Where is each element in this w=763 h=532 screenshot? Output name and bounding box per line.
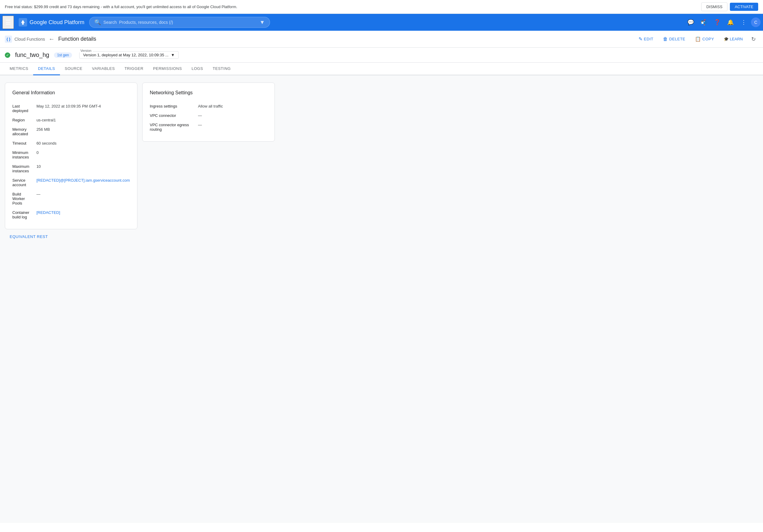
info-row-link[interactable]: [REDACTED] [37,210,60,215]
table-row: Regionus-central1 [12,115,130,125]
table-row: Last deployedMay 12, 2022 at 10:09:35 PM… [12,102,130,115]
info-row-value: — [37,189,130,208]
chat-icon-button[interactable]: 💬 [685,16,697,28]
version-dropdown-icon: ▼ [171,53,175,57]
refresh-button[interactable]: ↻ [749,34,758,45]
function-status-indicator: ✓ [5,53,10,58]
dismiss-button[interactable]: DISMISS [701,2,727,11]
edit-button[interactable]: ✎ EDIT [635,34,657,44]
trial-banner-actions: DISMISS ACTIVATE [701,2,758,11]
gcp-logo-icon [19,18,27,27]
tab-permissions[interactable]: PERMISSIONS [148,63,187,75]
info-row-label: Minimum instances [12,148,37,162]
search-input[interactable] [103,20,257,25]
version-selector[interactable]: Version Version 1, deployed at May 12, 2… [79,51,179,59]
general-info-table: Last deployedMay 12, 2022 at 10:09:35 PM… [12,102,130,222]
search-bar[interactable]: 🔍 ▼ [89,17,270,28]
general-info-card: General Information Last deployedMay 12,… [5,82,137,229]
info-row-label: Container build log [12,208,37,222]
avatar-letter: C [754,20,757,25]
hamburger-menu-button[interactable]: ☰ [2,16,14,29]
function-info-bar: ✓ func_two_hg 1st gen Version Version 1,… [0,48,763,63]
table-row: Memory allocated256 MB [12,125,130,139]
copy-label: COPY [703,37,714,41]
activate-button[interactable]: ACTIVATE [730,3,758,11]
generation-badge: 1st gen [54,53,72,58]
delete-button[interactable]: 🗑 DELETE [659,35,689,44]
info-row-value: 256 MB [37,125,130,139]
notifications-icon-button[interactable]: 📬 [698,16,710,28]
equivalent-rest-link[interactable]: EQUIVALENT REST [10,234,48,239]
learn-button[interactable]: 🎓 LEARN [720,35,746,43]
info-row-label: Service account [12,176,37,189]
delete-icon: 🗑 [663,37,668,42]
networking-settings-card: Networking Settings Ingress settingsAllo… [142,82,275,142]
search-dropdown-icon[interactable]: ▼ [260,19,265,26]
table-row: Maximum instances10 [12,162,130,176]
tabs-bar: METRICSDETAILSSOURCEVARIABLESTRIGGERPERM… [0,63,763,75]
tab-testing[interactable]: TESTING [208,63,236,75]
table-row: Timeout60 seconds [12,139,130,148]
tab-details[interactable]: DETAILS [33,63,60,75]
table-row: Ingress settingsAllow all traffic [150,102,267,111]
breadcrumb-service-name: Cloud Functions [15,37,45,42]
info-row-label: Build Worker Pools [12,189,37,208]
equivalent-rest-section: EQUIVALENT REST [5,234,758,239]
info-row-label: VPC connector egress routing [150,120,198,134]
info-row-value[interactable]: [REDACTED] [37,208,130,222]
info-row-link[interactable]: [REDACTED]@[PROJECT].iam.gserviceaccount… [37,178,130,182]
info-row-value: May 12, 2022 at 10:09:35 PM GMT-4 [37,102,130,115]
version-label: Version [79,49,93,53]
info-row-value: us-central1 [37,115,130,125]
tab-source[interactable]: SOURCE [60,63,87,75]
table-row: Container build log[REDACTED] [12,208,130,222]
table-row: Build Worker Pools— [12,189,130,208]
tab-trigger[interactable]: TRIGGER [120,63,148,75]
info-row-label: VPC connector [150,111,198,120]
back-button[interactable]: ← [47,34,56,44]
copy-icon: 📋 [695,36,701,42]
info-row-value: 10 [37,162,130,176]
more-options-icon-button[interactable]: ⋮ [738,16,750,28]
copy-button[interactable]: 📋 COPY [691,34,717,44]
version-selector-wrapper: Version Version 1, deployed at May 12, 2… [77,51,179,59]
info-row-label: Memory allocated [12,125,37,139]
info-row-label: Ingress settings [150,102,198,111]
table-row: VPC connector— [150,111,267,120]
learn-label: LEARN [730,37,743,41]
info-row-label: Maximum instances [12,162,37,176]
version-text: Version 1, deployed at May 12, 2022, 10:… [83,53,168,57]
delete-label: DELETE [669,37,686,41]
help-icon-button[interactable]: ❓ [711,16,723,28]
breadcrumb-service[interactable]: { } Cloud Functions [5,36,45,43]
top-nav: ☰ Google Cloud Platform 🔍 ▼ 💬 📬 ❓ 🔔 ⋮ C [0,14,763,31]
user-avatar[interactable]: C [751,18,761,27]
info-row-value[interactable]: [REDACTED]@[PROJECT].iam.gserviceaccount… [37,176,130,189]
nav-logo-text: Google Cloud Platform [30,19,84,26]
svg-point-1 [22,23,24,25]
page-header: { } Cloud Functions ← Function details ✎… [0,31,763,48]
nav-logo[interactable]: Google Cloud Platform [16,18,87,27]
networking-info-table: Ingress settingsAllow all trafficVPC con… [150,102,267,134]
info-row-label: Timeout [12,139,37,148]
main-content: General Information Last deployedMay 12,… [0,75,763,523]
edit-label: EDIT [644,37,654,41]
table-row: Minimum instances0 [12,148,130,162]
table-row: VPC connector egress routing— [150,120,267,134]
info-row-value: Allow all traffic [198,102,267,111]
tab-variables[interactable]: VARIABLES [87,63,120,75]
general-info-title: General Information [12,90,130,95]
trial-banner-text: Free trial status: $299.99 credit and 73… [5,5,237,9]
info-row-value: 60 seconds [37,139,130,148]
tab-metrics[interactable]: METRICS [5,63,33,75]
trial-banner: Free trial status: $299.99 credit and 73… [0,0,763,14]
learn-icon: 🎓 [724,37,729,41]
info-row-value: — [198,120,267,134]
table-row: Service account[REDACTED]@[PROJECT].iam.… [12,176,130,189]
alerts-icon-button[interactable]: 🔔 [724,16,736,28]
networking-settings-title: Networking Settings [150,90,267,95]
info-row-label: Region [12,115,37,125]
edit-icon: ✎ [638,36,643,42]
tab-logs[interactable]: LOGS [187,63,208,75]
info-row-value: 0 [37,148,130,162]
